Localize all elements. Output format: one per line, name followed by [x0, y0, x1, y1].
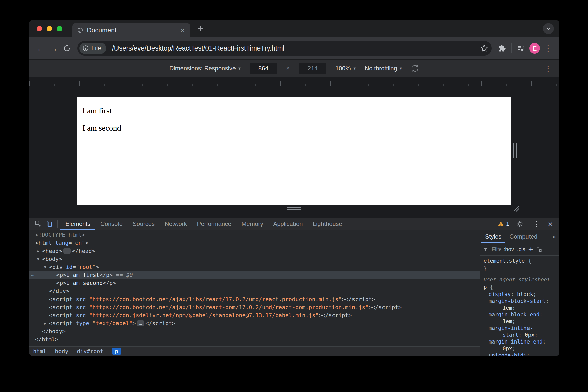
back-button[interactable]: ←	[34, 42, 47, 55]
reload-button[interactable]	[60, 42, 73, 55]
tree-row[interactable]: <p>I am second</p>	[29, 279, 480, 287]
window-zoom-button[interactable]	[57, 26, 62, 31]
tree-row[interactable]: <!DOCTYPE html>	[29, 231, 480, 239]
inspect-element-button[interactable]	[33, 218, 44, 229]
devtools-tabs: ElementsConsoleSourcesNetworkPerformance…	[60, 218, 347, 230]
window-close-button[interactable]	[37, 26, 42, 31]
resize-height-handle[interactable]	[287, 207, 301, 210]
tree-row[interactable]: <script src="https://cdn.bootcdn.net/aja…	[29, 303, 480, 311]
device-height-input[interactable]	[299, 63, 326, 74]
browser-tab[interactable]: Document ×	[72, 23, 190, 37]
new-style-rule-button[interactable]: +	[528, 245, 533, 253]
code-token: == $0	[113, 272, 133, 278]
breadcrumb-item-html[interactable]: html	[33, 348, 46, 354]
styles-tab-styles[interactable]: Styles	[481, 230, 505, 243]
breadcrumb-item-body[interactable]: body	[55, 348, 68, 354]
tree-row[interactable]: ▼<body>	[29, 255, 480, 263]
tree-row[interactable]: ▶<head>…</head>	[29, 247, 480, 255]
devtools-tab-memory[interactable]: Memory	[237, 218, 268, 230]
devtools-tab-performance[interactable]: Performance	[192, 218, 236, 230]
element-style-selector[interactable]: element.style	[484, 258, 525, 264]
tree-row[interactable]: ▶<script type="text/babel">…</script>	[29, 319, 480, 327]
collapse-arrow-icon[interactable]: ▼	[35, 255, 41, 263]
row-options-icon[interactable]: ⋯	[31, 271, 34, 279]
tree-row[interactable]: <script src="https://cdn.jsdelivr.net/np…	[29, 311, 480, 319]
media-controls-button[interactable]	[514, 42, 527, 55]
code-token: lang	[55, 240, 68, 246]
devtools-settings-button[interactable]	[514, 218, 525, 229]
address-bar[interactable]: File /Users/eve/Desktop/ReactTest/01-Rea…	[77, 41, 492, 56]
tree-row[interactable]: ▼<div id="root">	[29, 263, 480, 271]
forward-button[interactable]: →	[47, 42, 60, 55]
rotate-button[interactable]	[411, 64, 419, 72]
styles-filter-input[interactable]	[492, 246, 501, 253]
device-emulation-area: I am firstI am second	[29, 77, 559, 218]
code-token: <script	[49, 304, 76, 310]
devtools-tab-network[interactable]: Network	[160, 218, 192, 230]
pseudo-state-toggle[interactable]: :hov	[504, 246, 514, 253]
tree-row[interactable]: </body>	[29, 327, 480, 335]
css-colon: :	[527, 352, 530, 356]
tree-row[interactable]: ⋯<p>I am first</p> == $0	[29, 271, 480, 279]
rule-selector[interactable]: p	[484, 284, 487, 290]
browser-menu-button[interactable]: ⋮	[542, 44, 554, 53]
css-declaration[interactable]: margin-inline-end: 0px;	[484, 338, 549, 352]
profile-avatar[interactable]: E	[529, 43, 540, 54]
throttling-value: No throttling	[365, 65, 397, 72]
bookmark-star-icon[interactable]	[480, 44, 488, 52]
more-tabs-icon[interactable]: »	[552, 230, 558, 243]
css-colon: :	[518, 332, 525, 338]
devtools-close-icon[interactable]: ×	[548, 220, 553, 228]
css-declaration[interactable]: margin-block-end: 1em;	[484, 311, 549, 325]
puzzle-icon	[498, 44, 506, 52]
zoom-select[interactable]: 100% ▾	[335, 65, 356, 72]
tab-close-icon[interactable]: ×	[179, 26, 186, 34]
devtools-tab-sources[interactable]: Sources	[128, 218, 160, 230]
devtools-tab-application[interactable]: Application	[268, 218, 308, 230]
url-text[interactable]: /Users/eve/Desktop/ReactTest/01-ReactFir…	[112, 44, 480, 52]
devtools-main: <!DOCTYPE html><html lang="en">▶<head>…<…	[29, 230, 559, 356]
breadcrumb-item-p[interactable]: p	[112, 348, 121, 355]
window-minimize-button[interactable]	[47, 26, 52, 31]
caret-down-icon: ▾	[400, 66, 402, 71]
resize-corner-handle[interactable]	[512, 204, 520, 212]
devtools-tab-elements[interactable]: Elements	[60, 218, 95, 230]
tree-row[interactable]: <html lang="en">	[29, 239, 480, 247]
code-token: <div	[49, 264, 66, 270]
url-scheme-chip[interactable]: File	[79, 43, 106, 54]
tree-row[interactable]: </div>	[29, 287, 480, 295]
css-declaration[interactable]: margin-block-start: 1em;	[484, 298, 549, 311]
tree-row[interactable]: </html>	[29, 335, 480, 344]
new-tab-button[interactable]: +	[195, 23, 206, 34]
throttling-select[interactable]: No throttling ▾	[365, 65, 402, 72]
extensions-button[interactable]	[496, 42, 509, 55]
devtools-tab-lighthouse[interactable]: Lighthouse	[308, 218, 347, 230]
css-declaration[interactable]: display: block;	[484, 291, 549, 298]
toggle-device-toolbar-button[interactable]	[44, 218, 55, 229]
stylesheet-origin: user agent stylesheet	[484, 276, 549, 283]
filter-funnel-icon	[483, 246, 489, 252]
elements-tree: <!DOCTYPE html><html lang="en">▶<head>…<…	[29, 230, 480, 346]
dimensions-select[interactable]: Dimensions: Responsive ▾	[169, 65, 241, 72]
expand-arrow-icon[interactable]: ▶	[35, 247, 41, 255]
styles-tab-computed[interactable]: Computed	[505, 230, 541, 243]
collapse-arrow-icon[interactable]: ▼	[42, 263, 48, 271]
element-class-toggle[interactable]: .cls	[517, 246, 525, 253]
resize-width-handle[interactable]	[513, 143, 517, 158]
page-viewport[interactable]: I am firstI am second	[77, 97, 511, 205]
tab-search-button[interactable]	[543, 23, 554, 34]
devtools-menu-button[interactable]: ⋮	[530, 220, 543, 228]
breadcrumb-item-div-root[interactable]: div#root	[77, 348, 103, 354]
issues-counter[interactable]: 1	[498, 221, 509, 227]
css-declaration[interactable]: margin-inline-start: 0px;	[484, 325, 549, 338]
info-icon	[82, 45, 89, 52]
device-toolbar-menu-button[interactable]: ⋮	[542, 64, 554, 73]
grid-options-icon[interactable]	[536, 246, 542, 252]
device-width-input[interactable]	[250, 63, 277, 74]
element-style-section[interactable]: element.style { }	[480, 257, 559, 274]
devtools-tab-console[interactable]: Console	[95, 218, 128, 230]
expand-arrow-icon[interactable]: ▶	[42, 319, 48, 327]
tree-row[interactable]: <script src="https://cdn.bootcdn.net/aja…	[29, 295, 480, 303]
breadcrumb: htmlbodydiv#rootp	[29, 346, 480, 356]
css-declaration[interactable]: unicode-bidi: isolate;	[484, 352, 549, 356]
